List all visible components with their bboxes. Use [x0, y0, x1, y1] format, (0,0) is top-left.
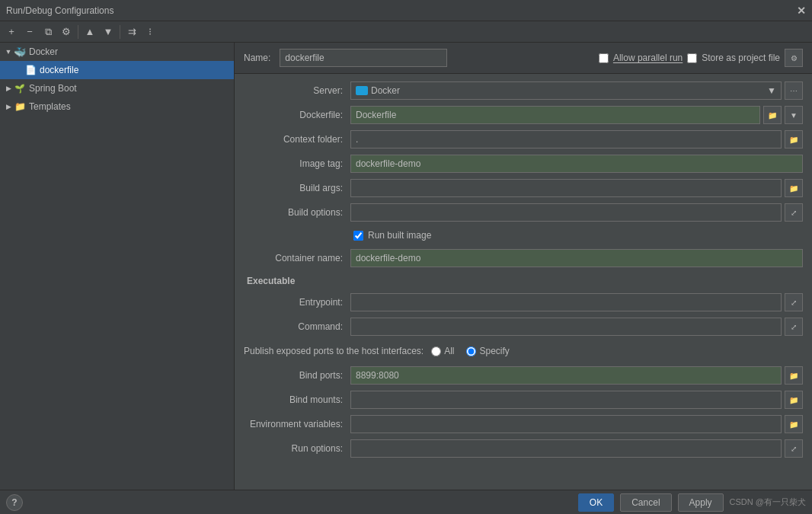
bind-mounts-browse-button[interactable]: 📁: [785, 391, 803, 409]
env-variables-content: 📁: [350, 415, 803, 433]
radio-all-input[interactable]: [431, 346, 441, 356]
context-folder-row: Context folder: 📁: [244, 129, 803, 150]
tree-label-docker: Docker: [29, 46, 58, 57]
env-variables-browse-button[interactable]: 📁: [785, 415, 803, 433]
close-button[interactable]: ✕: [797, 5, 806, 17]
bind-ports-browse-button[interactable]: 📁: [785, 366, 803, 385]
form-header: Name: Allow parallel run Store as projec…: [235, 43, 812, 74]
command-expand-button[interactable]: ⤢: [785, 318, 803, 336]
bottom-bar: ? OK Cancel Apply CSDN @有一只柴犬: [0, 490, 812, 514]
env-variables-input[interactable]: [350, 415, 782, 433]
build-options-row: Build options: ⤢: [244, 202, 803, 223]
more-button[interactable]: ⁝: [142, 24, 158, 40]
radio-group: All Specify: [431, 346, 510, 356]
tree-item-dockerfile[interactable]: ▶ 📄 dockerfile: [0, 61, 234, 79]
command-label: Command:: [244, 321, 350, 332]
tree-item-docker[interactable]: ▼ 🐳 Docker: [0, 43, 234, 61]
build-args-label: Build args:: [244, 183, 350, 193]
store-as-project-label: Store as project file: [702, 53, 780, 63]
run-options-content: ⤢: [350, 439, 803, 458]
spring-icon: 🌱: [14, 82, 26, 94]
ok-button[interactable]: OK: [578, 493, 614, 512]
entrypoint-content: ⤢: [350, 293, 803, 311]
move-up-button[interactable]: ▲: [82, 24, 98, 40]
context-folder-label: Context folder:: [244, 134, 350, 145]
add-config-button[interactable]: +: [3, 24, 20, 40]
run-options-row: Run options: ⤢: [244, 438, 803, 459]
build-args-row: Build args: 📁: [244, 177, 803, 199]
name-input[interactable]: [280, 49, 447, 67]
command-input[interactable]: [350, 318, 782, 336]
build-args-input[interactable]: [350, 179, 782, 197]
run-options-label: Run options:: [244, 443, 350, 454]
bind-mounts-content: 📁: [350, 391, 803, 409]
docker-server-icon: [356, 86, 368, 95]
bind-mounts-label: Bind mounts:: [244, 394, 350, 405]
server-value: Docker: [371, 85, 400, 96]
radio-all-label: All: [444, 346, 454, 356]
bind-ports-row: Bind ports: 📁: [244, 365, 803, 386]
store-settings-button[interactable]: ⚙: [785, 49, 803, 67]
run-built-image-checkbox[interactable]: [353, 231, 363, 241]
container-name-input[interactable]: [350, 249, 803, 267]
tree-label-templates: Templates: [29, 101, 71, 112]
copy-config-button[interactable]: ⧉: [40, 24, 56, 40]
build-options-label: Build options:: [244, 207, 350, 218]
build-args-browse-button[interactable]: 📁: [785, 179, 803, 197]
bind-ports-label: Bind ports:: [244, 370, 350, 381]
apply-button[interactable]: Apply: [678, 493, 724, 512]
radio-specify-input[interactable]: [466, 346, 476, 356]
server-row: Server: Docker ▼ ⋯: [244, 80, 803, 101]
env-variables-label: Environment variables:: [244, 419, 350, 429]
executable-section: Executable: [244, 272, 803, 290]
server-label: Server:: [244, 85, 350, 96]
allow-parallel-checkbox[interactable]: [599, 53, 609, 63]
remove-config-button[interactable]: −: [21, 24, 38, 40]
server-settings-button[interactable]: ⋯: [785, 81, 803, 100]
title-bar: Run/Debug Configurations ✕: [0, 0, 812, 21]
env-variables-row: Environment variables: 📁: [244, 413, 803, 435]
watermark: CSDN @有一只柴犬: [730, 496, 806, 508]
sort-button[interactable]: ⇉: [123, 24, 140, 40]
dockerfile-dropdown-button[interactable]: ▼: [785, 106, 803, 124]
build-options-expand-button[interactable]: ⤢: [785, 203, 803, 222]
image-tag-input[interactable]: [350, 155, 803, 173]
docker-icon: 🐳: [14, 46, 26, 58]
run-options-expand-button[interactable]: ⤢: [785, 439, 803, 458]
build-options-input[interactable]: [350, 203, 782, 222]
move-down-button[interactable]: ▼: [100, 24, 117, 40]
toolbar: + − ⧉ ⚙ ▲ ▼ ⇉ ⁝: [0, 21, 812, 43]
chevron-right-icon-templates: ▶: [3, 101, 14, 112]
build-options-content: ⤢: [350, 203, 803, 222]
dropdown-arrow-icon: ▼: [767, 85, 776, 96]
tree-item-spring-boot[interactable]: ▶ 🌱 Spring Boot: [0, 79, 234, 97]
context-folder-content: 📁: [350, 130, 803, 148]
help-button[interactable]: ?: [6, 494, 23, 511]
context-folder-input[interactable]: [350, 130, 782, 148]
server-row-content: Docker ▼ ⋯: [350, 81, 803, 100]
image-tag-label: Image tag:: [244, 158, 350, 169]
store-as-project-checkbox[interactable]: [687, 53, 697, 63]
container-name-row: Container name:: [244, 247, 803, 269]
dockerfile-row: Dockerfile: 📁 ▼: [244, 104, 803, 126]
checkbox-group: Allow parallel run Store as project file…: [599, 49, 803, 67]
dockerfile-label: Dockerfile:: [244, 110, 350, 120]
allow-parallel-label: Allow parallel run: [613, 53, 683, 63]
bind-mounts-input[interactable]: [350, 391, 782, 409]
context-folder-browse-button[interactable]: 📁: [785, 130, 803, 148]
radio-specify-option: Specify: [466, 346, 509, 356]
dockerfile-browse-button[interactable]: 📁: [763, 106, 782, 124]
entrypoint-input[interactable]: [350, 293, 782, 311]
dockerfile-input[interactable]: [350, 106, 760, 124]
tree-item-templates[interactable]: ▶ 📁 Templates: [0, 97, 234, 116]
cancel-button[interactable]: Cancel: [620, 493, 671, 512]
server-select-content: Docker: [356, 85, 400, 96]
server-select[interactable]: Docker ▼: [350, 81, 782, 100]
image-tag-row: Image tag:: [244, 153, 803, 174]
entrypoint-expand-button[interactable]: ⤢: [785, 293, 803, 311]
chevron-down-icon: ▼: [3, 46, 14, 57]
settings-button[interactable]: ⚙: [58, 24, 75, 40]
bind-ports-input[interactable]: [350, 366, 782, 385]
run-options-input[interactable]: [350, 439, 782, 458]
form-body: Server: Docker ▼ ⋯ Dockerfile:: [235, 74, 812, 468]
